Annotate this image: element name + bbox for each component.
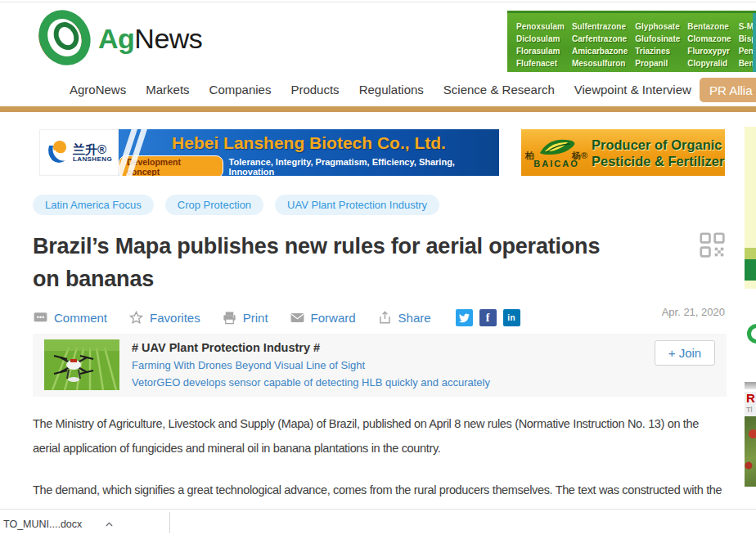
herbicide-name: Triazines: [635, 47, 680, 56]
site-header: AgNews Penoxsulam Sulfentrazone Glyphosa…: [0, 2, 756, 72]
facebook-share-button[interactable]: f: [479, 309, 497, 326]
favorites-button[interactable]: Favorites: [128, 310, 200, 326]
baicao-ad-banner[interactable]: 柏 杨® BAICAO Producer of Organic Pesticid…: [521, 129, 725, 176]
topic-text-block: # UAV Plant Protection Industry # Farmin…: [132, 341, 490, 389]
sidebar-ad-fragment: [745, 127, 756, 248]
herbicide-name: Amicarbazone: [572, 47, 628, 56]
share-button[interactable]: Share: [377, 310, 431, 326]
article-action-bar: Comment Favorites Print Forward: [33, 309, 520, 326]
nav-items: AgroNews Markets Companies Products Regu…: [70, 83, 691, 97]
lansheng-tagline-row: Development concept Tolerance, Integrity…: [119, 155, 499, 176]
lansheng-en-text: LANSHENG: [73, 155, 112, 163]
herbicides-ad-banner[interactable]: Penoxsulam Sulfentrazone Glyphosate Bent…: [507, 11, 756, 74]
nav-underline-bar: [0, 106, 756, 112]
nav-item-products[interactable]: Products: [290, 83, 339, 97]
herbicide-name: Clomazone: [687, 34, 731, 43]
tag-latin-america-focus[interactable]: Latin America Focus: [33, 195, 154, 215]
lansheng-logo: 兰升® LANSHENG: [39, 129, 119, 176]
share-icon: [377, 310, 393, 326]
baicao-logo: 柏 杨® BAICAO: [521, 137, 592, 168]
lansheng-cn-text: 兰升®: [73, 143, 112, 155]
download-bar-divider: [169, 512, 170, 533]
herbicide-list: Penoxsulam Sulfentrazone Glyphosate Bent…: [507, 13, 756, 68]
nav-item-companies[interactable]: Companies: [209, 83, 272, 97]
forward-button[interactable]: Forward: [290, 310, 356, 326]
star-icon: [128, 310, 144, 326]
baicao-cn-left: 柏: [525, 150, 534, 162]
baicao-cn-chars: 柏 杨®: [521, 150, 592, 162]
herbicide-name: Glyphosate: [635, 22, 680, 31]
sidebar-text-fragment: RTl: [745, 392, 756, 416]
download-item[interactable]: TO_MUNI....docx: [3, 510, 116, 539]
lansheng-logo-icon: [46, 139, 70, 167]
nav-item-science-research[interactable]: Science & Research: [443, 83, 555, 97]
comment-button[interactable]: Comment: [33, 310, 107, 326]
forward-label: Forward: [311, 311, 356, 325]
linkedin-icon: in: [507, 313, 515, 322]
agnews-logo-text: AgNews: [98, 23, 202, 55]
herbicide-name: Mesosulfuron: [572, 59, 628, 68]
join-button[interactable]: + Join: [655, 340, 715, 366]
download-filename: TO_MUNI....docx: [3, 519, 82, 530]
baicao-slogan: Producer of Organic Pesticide & Fertiliz…: [592, 137, 725, 169]
herbicide-name: Glufosinate: [635, 34, 680, 43]
browser-download-bar: TO_MUNI....docx: [0, 509, 756, 539]
herbicide-name: Propanil: [635, 59, 680, 68]
sidebar-small-letter: Tl: [746, 404, 756, 416]
print-label: Print: [243, 311, 268, 325]
nav-item-regulations[interactable]: Regulations: [359, 83, 424, 97]
related-topic-box: # UAV Plant Protection Industry # Farmin…: [33, 334, 727, 397]
herbicide-name: Bentazone: [687, 22, 731, 31]
nav-item-viewpoint-interview[interactable]: Viewpoint & Interview: [574, 83, 691, 97]
pr-alliance-button[interactable]: PR Allia: [700, 78, 756, 102]
social-share-buttons: f in: [456, 309, 520, 326]
nav-item-markets[interactable]: Markets: [146, 83, 189, 97]
lansheng-ad-banner[interactable]: 兰升® LANSHENG Hebei Lansheng Biotech Co.,…: [39, 129, 499, 176]
sidebar-ad-fragment: [745, 248, 756, 259]
logo-news: News: [134, 23, 202, 54]
agnews-logo[interactable]: AgNews: [33, 7, 213, 70]
banner-edge-strip: [753, 13, 756, 74]
facebook-icon: f: [486, 312, 490, 325]
agnews-logo-icon: [33, 9, 97, 68]
comment-icon: [33, 310, 48, 326]
sidebar-ad-fragment: [745, 259, 756, 281]
drone-thumbnail[interactable]: [44, 339, 119, 390]
qr-code-icon[interactable]: [700, 232, 726, 258]
article-date: Apr. 21, 2020: [662, 306, 725, 318]
envelope-icon: [290, 310, 305, 326]
lansheng-tagline: Tolerance, Integrity, Pragmatism, Effici…: [229, 157, 499, 176]
baicao-cn-right: 杨®: [572, 150, 587, 162]
tag-crop-protection[interactable]: Crop Protection: [165, 195, 263, 215]
sidebar-card-fragment: [745, 293, 756, 389]
drone-image: [44, 339, 119, 390]
linkedin-share-button[interactable]: in: [503, 309, 520, 326]
share-label: Share: [398, 311, 431, 325]
sidebar-logo-fragment: [747, 324, 756, 344]
print-button[interactable]: Print: [222, 310, 268, 326]
herbicide-name: Florasulam: [516, 47, 565, 56]
sidebar-red-letter: R: [746, 391, 755, 405]
herbicide-name: Flufenacet: [516, 59, 565, 68]
sidebar-image-fragment: [745, 416, 756, 487]
lansheng-company-name: Hebei Lansheng Biotech Co., Ltd.: [119, 133, 499, 153]
topic-link-1[interactable]: Farming With Drones Beyond Visual Line o…: [132, 359, 490, 371]
lansheng-banner-body: Hebei Lansheng Biotech Co., Ltd. Develop…: [119, 129, 499, 176]
article-paragraph-1: The Ministry of Agriculture, Livestock a…: [33, 411, 727, 460]
nav-item-agronews[interactable]: AgroNews: [70, 83, 126, 97]
twitter-icon: [458, 312, 470, 324]
sidebar-card-shadow: [745, 382, 756, 389]
download-chevron-up-icon[interactable]: [101, 517, 116, 532]
twitter-share-button[interactable]: [456, 309, 473, 326]
article-title: Brazil’s Mapa publishes new rules for ae…: [33, 230, 622, 295]
printer-icon: [222, 310, 237, 326]
logo-ag: Ag: [98, 23, 134, 54]
tag-uav-plant-protection[interactable]: UAV Plant Protection Industry: [275, 195, 439, 215]
herbicide-name: Carfentrazone: [572, 34, 628, 43]
favorites-label: Favorites: [150, 311, 200, 325]
topic-title[interactable]: # UAV Plant Protection Industry #: [132, 341, 490, 354]
topic-link-2[interactable]: VetorGEO develops sensor capable of dete…: [132, 376, 490, 389]
herbicide-name: Sulfentrazone: [572, 22, 628, 31]
herbicide-name: Clopyralid: [687, 59, 731, 68]
baicao-slogan-line2: Pesticide & Fertilizer: [592, 153, 725, 169]
